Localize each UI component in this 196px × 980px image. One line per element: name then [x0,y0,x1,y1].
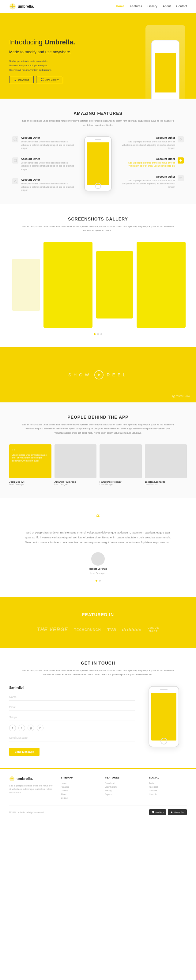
contact-fields [9,694,135,721]
say-hello-label: Say hello! [9,686,135,689]
showreel-label-left: SHOW [68,372,92,377]
feature-icon-1 [12,136,18,142]
gallery-dot-3[interactable] [100,333,102,335]
appstore-badge[interactable]: App Store [149,809,166,815]
googleplay-badge[interactable]: Google Play [168,809,187,815]
download-label: Download [18,78,29,81]
feature-text-r2: Account Other Sed ut perspiciatis unde o… [120,158,175,168]
svg-rect-3 [43,78,43,79]
featured-logo-tnw: TNW [107,627,116,632]
nav-link-about[interactable]: About [163,5,171,8]
person-role-4: Lead Content [145,483,187,485]
contact-phone-screen [151,693,177,740]
social-links: t f g in [9,725,135,731]
avatar-role: Lead Developer [90,572,105,574]
footer-col-social: Social Twitter Facebook Google+ LinkedIn [149,776,187,799]
download-icon [14,78,17,81]
social-icon-linkedin[interactable]: in [37,725,43,731]
quote-icon: “ [9,513,187,524]
download-button[interactable]: Download [9,76,34,83]
nav-link-gallery[interactable]: Gallery [148,5,158,8]
footer-col-sitemap-links: Home Features Gallery About Contact [61,782,99,799]
person-role-3: Lead Manager [100,483,142,485]
googleplay-label: Google Play [174,811,184,813]
person-card-4: Jessica Leonardo Lead Content [145,444,187,485]
featured-logo-condenast: CONDÉ NAST [148,626,159,633]
contact-subject-field[interactable] [9,714,135,721]
gallery-slide-1 [12,259,40,311]
hero-tagline: Made to modify and use anywhere. [9,49,71,54]
footer-link-contact[interactable]: Contact [61,797,99,799]
showreel-play-button[interactable] [94,370,104,379]
nav-brand-text: umbrella. [18,4,34,9]
testi-dot-1[interactable] [96,580,97,582]
view-gallery-button[interactable]: View Gallery [36,76,64,83]
person-name-2: Amanda Palmroos [54,480,97,483]
footer-link-linkedin[interactable]: LinkedIn [149,793,187,795]
social-icon-twitter[interactable]: t [9,725,16,731]
gallery-slide-2 [43,242,92,328]
footer-col-social-links: Twitter Facebook Google+ LinkedIn [149,782,187,795]
person-card-3: Hamburgo Rodney Lead Manager [100,444,142,485]
linkedin-icon: in [39,726,41,730]
send-message-button[interactable]: Send Message [9,748,40,756]
features-grid: Account Other Sed ut perspiciatis unde o… [9,136,187,192]
footer-link-view-gallery[interactable]: View Gallery [105,786,143,788]
feature-icon-2 [12,158,18,164]
showreel-text: SHOW REEL [68,370,128,379]
gallery-icon [41,78,44,81]
footer-link-pricing[interactable]: Pricing [105,789,143,792]
people-section: PEOPLE BEHIND THE APP Sed ut perspiciati… [0,402,196,498]
hero-section: Introducing Umbrella. Made to modify and… [0,13,196,99]
feature-text-r3: Account Other Sed ut perspiciatis unde o… [120,175,175,189]
feature-left-1: Account Other Sed ut perspiciatis unde o… [12,136,76,150]
svg-rect-6 [14,159,16,162]
svg-rect-4 [41,80,42,81]
hero-phone-mockup [145,25,185,99]
footer-link-support[interactable]: Support [105,793,143,795]
footer-brand-text: umbrella. [16,776,33,781]
gallery-dot-2[interactable] [97,333,99,335]
feature-text-1: Account Other Sed ut perspiciatis unde o… [21,136,76,150]
footer-link-about[interactable]: About [61,793,99,795]
showreel-watch-now[interactable]: WATCH NOW [172,395,190,398]
contact-name-field[interactable] [9,694,135,701]
person-photo-3 [100,444,142,478]
feature-left-2: Account Other Sed ut perspiciatis unde o… [12,158,76,171]
footer-col-social-title: Social [149,776,187,779]
social-icon-facebook[interactable]: f [18,725,25,731]
featured-logos: THE VERGE TECHCRUNCH TNW dribbble CONDÉ … [9,626,187,633]
person-photo-1: Ut perspiciatis unde omnis iste natus er… [9,444,51,478]
feature-icon-r3 [178,175,184,181]
contact-title: GET IN TOUCH [9,660,187,665]
gallery-slide-3 [96,251,133,318]
footer-link-gallery[interactable]: Gallery [61,789,99,792]
contact-sub: Sed ut perspiciatis unde omnis iste natu… [21,668,175,677]
gallery-dot-1[interactable] [94,333,96,335]
footer-link-features[interactable]: Features [61,786,99,788]
testi-dot-2[interactable] [99,580,101,582]
social-icon-google[interactable]: g [27,725,34,731]
footer-link-facebook[interactable]: Facebook [149,786,187,788]
footer-brand-name: umbrella. [9,776,55,781]
person-name-3: Hamburgo Rodney [100,480,142,483]
contact-phone-mockup [148,686,179,747]
footer-link-home[interactable]: Home [61,782,99,784]
nav-link-contact[interactable]: Contact [177,5,187,8]
footer-appstore-badges: App Store Google Play [149,809,187,815]
gallery-sub: Sed ut perspiciatis unde omnis iste natu… [21,224,175,233]
footer-bottom: © 2014 Umbrella. All rights reserved. Ap… [9,805,187,815]
footer-col-features-title: Features [105,776,143,779]
footer-link-google[interactable]: Google+ [149,789,187,792]
contact-message-field[interactable] [9,734,135,741]
footer-link-download[interactable]: Download [105,782,143,784]
footer-link-twitter[interactable]: Twitter [149,782,187,784]
umbrella-logo-icon [9,3,16,10]
person-photo-2 [54,444,97,478]
navbar: umbrella. Home Features Gallery About Co… [0,0,196,13]
features-title: AMAZING FEATURES [9,111,187,116]
nav-link-features[interactable]: Features [130,5,142,8]
nav-link-home[interactable]: Home [116,5,124,8]
contact-email-field[interactable] [9,704,135,711]
person-photo-4 [145,444,187,478]
